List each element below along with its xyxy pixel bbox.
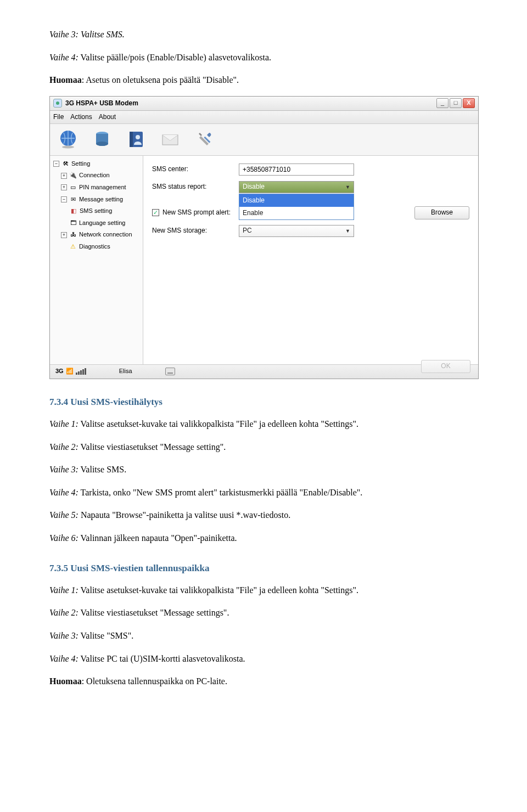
statusbar: 3G 📶 Elisa [50,364,478,379]
tree-connection[interactable]: + 🔌 Connection [51,170,142,182]
collapse-icon[interactable]: − [53,161,59,167]
connection-icon: 🔌 [69,172,77,179]
envelope-icon[interactable] [159,128,182,151]
contacts-icon[interactable] [125,128,148,151]
s735-step4: Vaihe 4: Valitse PC tai (U)SIM-kortti al… [49,652,478,666]
alert-checkbox[interactable] [152,209,159,216]
dropdown-option-enable[interactable]: Enable [239,207,354,219]
menubar: File Actions About [50,111,478,124]
step4-line: Vaihe 4: Valitse päälle/pois (Enable/Dis… [49,50,478,65]
globe-icon[interactable] [57,128,80,151]
network-icon: 🖧 [69,231,77,239]
tools-small-icon: 🛠 [61,160,69,168]
menu-actions[interactable]: Actions [70,112,92,122]
app-icon [53,99,62,108]
s734-step1: Vaihe 1: Valitse asetukset-kuvake tai va… [49,417,478,431]
menu-about[interactable]: About [99,112,116,122]
signal-bars-icon [76,368,86,375]
svg-point-3 [96,142,108,146]
s735-step2: Vaihe 2: Valitse viestiasetukset "Messag… [49,606,478,620]
collapse-icon[interactable]: − [61,196,67,202]
expand-icon[interactable]: + [61,173,67,179]
step3-prefix: Vaihe 3: [49,30,79,39]
language-icon: 🗔 [69,219,77,227]
tree-network[interactable]: + 🖧 Network connection [51,229,142,241]
diagnostics-icon: ⚠ [69,243,77,251]
device-icon [165,368,175,375]
tree-pin[interactable]: + ▭ PIN management [51,182,142,194]
storage-label: New SMS storage: [152,225,234,236]
envelope-small-icon: ✉ [69,195,77,203]
note-line: Huomaa: Asetus on oletuksena pois päältä… [49,73,478,87]
ok-button[interactable]: OK [421,360,470,373]
s734-step3: Vaihe 3: Valitse SMS. [49,463,478,477]
settings-panel: SMS center: SMS status report: Disable ▼… [143,156,478,364]
section-735-heading: 7.3.5 Uusi SMS-viestien tallennuspaikka [49,561,478,576]
dropdown-option-disable[interactable]: Disable [239,194,354,207]
s734-step2: Vaihe 2: Valitse viestiasetukset "Messag… [49,440,478,454]
alert-label: New SMS prompt alert: [162,207,231,218]
tree-language[interactable]: 🗔 Language setting [51,217,142,229]
menu-file[interactable]: File [53,112,64,122]
app-window: 3G HSPA+ USB Modem _ □ X File Actions Ab… [49,96,479,379]
status-report-value: Disable [243,182,265,192]
sidebar-tree: − 🛠 Setting + 🔌 Connection + ▭ PIN manag… [50,156,143,364]
note-text: : Asetus on oletuksena pois päältä "Disa… [82,75,239,84]
s734-step6: Vaihe 6: Valinnan jälkeen napauta "Open"… [49,531,478,545]
s735-step3: Vaihe 3: Valitse "SMS". [49,629,478,643]
antenna-icon: 📶 [66,366,74,376]
svg-rect-5 [130,132,133,147]
note-prefix: Huomaa [49,75,82,84]
step4-prefix: Vaihe 4: [49,53,79,62]
chevron-down-icon: ▼ [345,183,350,191]
step3-text: Valitse SMS. [79,30,125,39]
minimize-button[interactable]: _ [436,98,448,108]
tree-diagnostics[interactable]: ⚠ Diagnostics [51,241,142,253]
sms-center-input[interactable] [239,163,354,176]
s734-step5: Vaihe 5: Napauta "Browse"-painiketta ja … [49,508,478,522]
titlebar: 3G HSPA+ USB Modem _ □ X [50,97,478,111]
tree-message-setting[interactable]: − ✉ Message setting [51,194,142,206]
carrier-name: Elisa [119,366,132,376]
section-734-heading: 7.3.4 Uusi SMS-viestihälytys [49,394,478,409]
storage-select[interactable]: PC ▼ [239,225,354,237]
storage-value: PC [243,225,252,236]
close-button[interactable]: X [463,98,475,108]
browse-button[interactable]: Browse [414,206,469,219]
sms-center-label: SMS center: [152,164,234,174]
note2-line: Huomaa: Oletuksena tallennuspaikka on PC… [49,674,478,689]
expand-icon[interactable]: + [61,232,67,238]
maximize-button[interactable]: □ [450,98,462,108]
tree-sms-setting[interactable]: ◧ SMS setting [51,205,142,217]
chevron-down-icon: ▼ [345,227,350,235]
tools-icon[interactable] [193,128,216,151]
database-icon[interactable] [91,128,114,151]
sms-icon: ◧ [70,207,77,215]
toolbar [50,124,478,156]
s735-step1: Vaihe 1: Valitse asetukset-kuvake tai va… [49,583,478,597]
window-title: 3G HSPA+ USB Modem [65,98,138,109]
status-report-label: SMS status report: [152,182,234,192]
step3-line: Vaihe 3: Valitse SMS. [49,27,478,42]
card-icon: ▭ [69,184,77,191]
tree-setting[interactable]: − 🛠 Setting [51,158,142,170]
signal-tech: 3G [55,366,64,376]
status-report-dropdown: Disable Enable [239,194,354,220]
signal-indicator: 3G 📶 [55,366,86,376]
status-report-select[interactable]: Disable ▼ Disable Enable [239,181,354,193]
expand-icon[interactable]: + [61,184,67,190]
s734-step4: Vaihe 4: Tarkista, onko "New SMS promt a… [49,486,478,500]
svg-point-1 [62,146,74,149]
step4-text: Valitse päälle/pois (Enable/Disable) ala… [79,53,271,62]
svg-point-6 [136,135,140,139]
